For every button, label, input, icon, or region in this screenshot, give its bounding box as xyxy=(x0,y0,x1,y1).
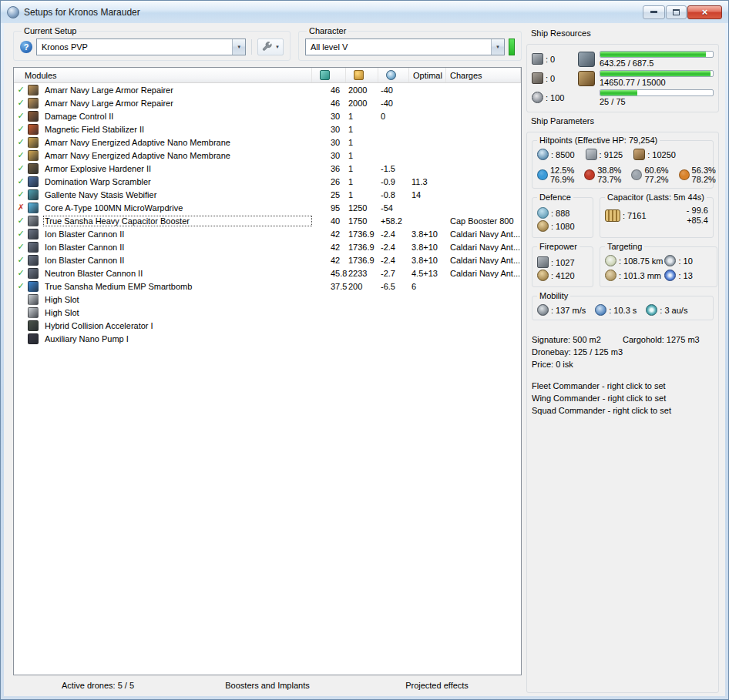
scan-resolution-icon xyxy=(605,270,616,281)
module-row[interactable]: ✗Core A-Type 100MN MicroWarpdrive951250-… xyxy=(14,201,521,214)
module-name: Ion Blaster Cannon II xyxy=(43,255,312,266)
capacitor-usage: -2.4 xyxy=(378,243,409,252)
setup-combobox[interactable]: Kronos PVP ▼ xyxy=(36,39,246,55)
dronebay: Dronebay: 125 / 125 m3 xyxy=(532,346,714,358)
module-row[interactable]: ✓Amarr Navy Large Armor Repairer462000-4… xyxy=(14,96,521,109)
module-row[interactable]: ✓Amarr Navy Large Armor Repairer462000-4… xyxy=(14,83,521,96)
resist-explosive: 56.3%78.2% xyxy=(679,166,716,184)
sensor-strength-stat: : 13 xyxy=(664,270,712,281)
module-row[interactable]: ✓Ion Blaster Cannon II421736.9-2.43.8+10… xyxy=(14,227,521,240)
column-charges[interactable]: Charges xyxy=(446,68,521,82)
column-modules[interactable]: Modules xyxy=(14,68,312,82)
column-optimal[interactable]: Optimal xyxy=(409,68,446,82)
module-row[interactable]: Hybrid Collision Accelerator I xyxy=(14,319,521,332)
module-row[interactable]: ✓Neutron Blaster Cannon II45.82233-2.74.… xyxy=(14,266,521,280)
active-drones-tab[interactable]: Active drones: 5 / 5 xyxy=(13,681,183,690)
wing-commander-setter[interactable]: Wing Commander - right click to set xyxy=(532,392,714,404)
character-combobox-dropdown[interactable]: ▼ xyxy=(491,39,504,55)
align-time-stat: : 10.3 s xyxy=(595,304,637,316)
cpu-icon xyxy=(320,70,330,80)
sensor-strength-icon xyxy=(664,270,676,281)
explosive-icon xyxy=(679,169,690,180)
module-row[interactable]: ✓Ion Blaster Cannon II421736.9-2.43.8+10… xyxy=(14,253,521,266)
help-icon[interactable]: ? xyxy=(20,41,32,53)
module-row[interactable]: ✓Domination Warp Scrambler261-0.911.3 xyxy=(14,175,521,188)
column-powergrid[interactable] xyxy=(346,68,378,82)
module-name: True Sansha Medium EMP Smartbomb xyxy=(43,281,312,292)
charge-name: Caldari Navy Ant... xyxy=(446,229,521,239)
cpu-usage: 42 xyxy=(312,243,346,252)
module-row[interactable]: ✓Gallente Navy Stasis Webifier251-0.814 xyxy=(14,188,521,201)
ship-parameters-box: Hitpoints (Effective HP: 79,254) : 8500 … xyxy=(526,132,719,693)
shield-resist-value: 38.8% xyxy=(597,166,621,175)
max-speed-stat: : 137 m/s xyxy=(537,304,586,316)
calibration-value: : 100 xyxy=(546,93,564,102)
align-time-icon xyxy=(595,304,606,316)
powergrid-bar-fill xyxy=(600,71,711,76)
capacitor-usage: +58.2 xyxy=(378,216,409,226)
status-icon: ✓ xyxy=(14,85,28,95)
setup-combobox-dropdown[interactable]: ▼ xyxy=(232,39,245,55)
status-icon: ✓ xyxy=(14,229,28,239)
maximize-button[interactable] xyxy=(666,5,687,19)
module-row[interactable]: High Slot xyxy=(14,293,521,306)
armor-resist-value: 76.9% xyxy=(550,175,574,184)
ship-parameters-title: Ship Parameters xyxy=(531,116,719,126)
capacitor-usage: -0.9 xyxy=(378,177,409,186)
powergrid-bar-text: 14650.77 / 15000 xyxy=(600,78,714,87)
capacitor-usage: -54 xyxy=(378,203,409,213)
squad-commander-setter[interactable]: Squad Commander - right click to set xyxy=(532,404,714,417)
module-row[interactable]: ✓Amarr Navy Energized Adaptive Nano Memb… xyxy=(14,149,521,162)
module-row[interactable]: ✓Armor Explosive Hardener II361-1.5 xyxy=(14,162,521,175)
dronebay-bar-track xyxy=(600,89,714,96)
window-title: Setups for Kronos Marauder xyxy=(24,7,638,18)
status-icon: ✓ xyxy=(14,189,28,199)
shield-hp-value: : 8500 xyxy=(551,150,575,159)
cpu-usage: 36 xyxy=(312,164,346,173)
cpu-usage: 46 xyxy=(312,85,346,95)
boosters-implants-tab[interactable]: Boosters and Implants xyxy=(183,681,352,690)
armor-hardener-icon xyxy=(28,163,39,174)
titlebar[interactable]: Setups for Kronos Marauder × xyxy=(1,1,728,23)
projected-effects-tab[interactable]: Projected effects xyxy=(352,681,522,690)
powergrid-usage: 2233 xyxy=(346,269,378,278)
calibration-icon xyxy=(532,92,543,103)
module-row[interactable]: High Slot xyxy=(14,306,521,319)
minimize-button[interactable] xyxy=(643,5,665,19)
module-rows: ✓Amarr Navy Large Armor Repairer462000-4… xyxy=(14,83,521,675)
dps-stat: : 1027 xyxy=(537,256,588,268)
close-button[interactable]: × xyxy=(687,5,722,19)
cpu-usage: 26 xyxy=(312,177,346,186)
shield-icon xyxy=(537,149,549,160)
tools-button[interactable]: ▼ xyxy=(257,39,284,55)
ship-resources-title: Ship Resources xyxy=(531,28,719,38)
powergrid-usage: 1736.9 xyxy=(346,243,378,252)
module-row[interactable]: ✓True Sansha Heavy Capacitor Booster4017… xyxy=(14,214,521,227)
powergrid-icon xyxy=(354,70,364,80)
module-row[interactable]: ✓Amarr Navy Energized Adaptive Nano Memb… xyxy=(14,136,521,149)
fleet-commander-setter[interactable]: Fleet Commander - right click to set xyxy=(532,380,714,392)
module-row[interactable]: Auxiliary Nano Pump I xyxy=(14,332,521,345)
calibration-stat: : 100 xyxy=(532,92,578,103)
dronebay-bar-text: 25 / 75 xyxy=(600,97,714,106)
module-row[interactable]: ✓Ion Blaster Cannon II421736.9-2.43.8+10… xyxy=(14,240,521,253)
optimal-range: 3.8+10 xyxy=(409,256,446,265)
stasis-webifier-icon xyxy=(28,189,39,200)
module-row[interactable]: ✓True Sansha Medium EMP Smartbomb37.5200… xyxy=(14,280,521,293)
volley-icon xyxy=(537,270,549,281)
module-row[interactable]: ✓Magnetic Field Stabilizer II301 xyxy=(14,122,521,136)
character-combobox[interactable]: All level V ▼ xyxy=(305,39,505,55)
cpu-usage: 25 xyxy=(312,190,346,199)
sensor-strength-value: : 13 xyxy=(678,271,692,280)
turret-slots-stat: : 0 xyxy=(532,53,578,65)
column-capacitor[interactable] xyxy=(378,68,409,82)
module-name: Magnetic Field Stabilizer II xyxy=(43,124,312,135)
adaptive-nano-membrane-icon xyxy=(28,150,39,161)
capacitor-usage: 0 xyxy=(378,112,409,121)
chevron-down-icon: ▼ xyxy=(275,45,280,49)
module-row[interactable]: ✓Damage Control II3010 xyxy=(14,109,521,122)
top-controls: Current Setup ? Kronos PVP ▼ ▼ xyxy=(13,31,522,61)
column-cpu[interactable] xyxy=(312,68,346,82)
scan-resolution-value: : 101.3 mm xyxy=(619,271,661,280)
setup-combobox-value: Kronos PVP xyxy=(37,39,232,55)
